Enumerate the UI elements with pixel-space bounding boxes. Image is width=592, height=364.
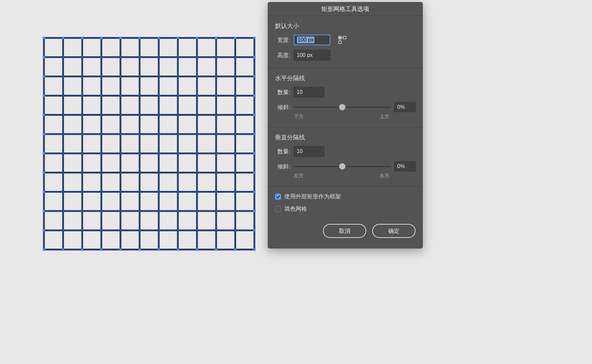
svg-rect-76	[253, 94, 256, 97]
fill-grid-checkbox[interactable]	[275, 206, 281, 212]
svg-rect-60	[177, 249, 179, 251]
svg-rect-92	[253, 249, 256, 251]
vskew-label: 倾斜:	[275, 163, 290, 170]
svg-rect-55	[139, 37, 141, 39]
svg-rect-77	[43, 114, 45, 116]
svg-rect-74	[253, 75, 256, 78]
reference-point-icon[interactable]	[338, 35, 347, 45]
svg-rect-91	[43, 249, 45, 251]
svg-rect-81	[43, 152, 45, 154]
svg-rect-54	[119, 249, 122, 251]
section-default-size: 默认大小 宽度: 100 px 高度: 100 px	[268, 16, 423, 68]
svg-rect-53	[119, 37, 122, 39]
section-heading: 垂直分隔线	[275, 133, 416, 141]
svg-rect-88	[253, 210, 256, 212]
svg-rect-57	[157, 37, 160, 39]
svg-rect-96	[339, 41, 341, 44]
use-outer-rect-label: 使用外部矩形作为框架	[284, 193, 341, 200]
vcount-field[interactable]: 10	[294, 146, 324, 157]
svg-rect-49	[81, 37, 83, 39]
svg-rect-61	[196, 37, 198, 39]
hskew-label: 倾斜:	[275, 103, 290, 111]
dialog-buttons: 取消 确定	[268, 221, 423, 243]
svg-rect-0	[44, 38, 254, 250]
svg-rect-56	[139, 249, 141, 251]
height-label: 高度:	[275, 52, 290, 59]
slider-thumb[interactable]	[339, 163, 346, 170]
height-field[interactable]: 100 px	[294, 50, 330, 61]
svg-rect-70	[253, 37, 256, 39]
grid-artwork	[42, 36, 256, 252]
svg-rect-84	[253, 171, 256, 174]
svg-rect-87	[43, 210, 45, 212]
section-horizontal-dividers: 水平分隔线 数量: 10 倾斜: 0% 下方 上方	[268, 68, 423, 127]
svg-rect-94	[339, 37, 341, 39]
hcount-label: 数量:	[275, 89, 290, 96]
hskew-slider[interactable]	[294, 102, 391, 112]
slider-thumb[interactable]	[339, 104, 346, 110]
svg-rect-82	[253, 152, 256, 154]
cancel-button[interactable]: 取消	[323, 224, 366, 238]
svg-rect-78	[253, 114, 256, 116]
svg-rect-51	[100, 37, 103, 39]
svg-rect-95	[343, 36, 346, 39]
svg-rect-50	[81, 249, 83, 251]
fill-grid-label: 填色网格	[284, 205, 307, 213]
dialog-body: 默认大小 宽度: 100 px 高度: 100 px	[268, 16, 423, 249]
svg-rect-85	[43, 191, 45, 193]
svg-rect-58	[157, 249, 160, 251]
vcount-label: 数量:	[275, 148, 290, 155]
canvas-rectangular-grid[interactable]	[42, 36, 256, 252]
svg-rect-89	[43, 229, 45, 232]
svg-rect-65	[234, 37, 236, 39]
svg-rect-90	[253, 229, 256, 232]
svg-rect-79	[43, 133, 45, 135]
width-field[interactable]: 100 px	[294, 35, 330, 45]
width-label: 宽度:	[275, 36, 290, 44]
svg-rect-48	[62, 249, 64, 251]
hskew-min-label: 下方	[294, 113, 304, 120]
svg-rect-69	[43, 37, 45, 39]
use-outer-rect-checkbox[interactable]	[275, 194, 281, 200]
svg-rect-80	[253, 133, 256, 135]
svg-rect-75	[43, 94, 45, 97]
dialog-title: 矩形网格工具选项	[268, 2, 423, 16]
section-vertical-dividers: 垂直分隔线 数量: 10 倾斜: 0% 左方 右方	[268, 127, 423, 187]
section-options: 使用外部矩形作为框架 填色网格	[268, 187, 423, 221]
hskew-max-label: 上方	[380, 113, 390, 120]
vskew-max-label: 右方	[380, 173, 390, 179]
svg-rect-52	[100, 249, 103, 251]
vskew-slider[interactable]	[294, 161, 391, 171]
vskew-min-label: 左方	[294, 173, 304, 179]
hcount-field[interactable]: 10	[294, 87, 324, 97]
ok-button[interactable]: 确定	[372, 224, 416, 238]
svg-rect-47	[62, 37, 64, 39]
svg-rect-72	[253, 56, 256, 58]
svg-rect-73	[43, 75, 45, 78]
svg-rect-83	[43, 171, 45, 174]
svg-rect-66	[234, 249, 236, 251]
svg-rect-63	[215, 37, 217, 39]
rectangular-grid-options-dialog: 矩形网格工具选项 默认大小 宽度: 100 px	[268, 2, 423, 249]
section-heading: 水平分隔线	[275, 74, 416, 82]
svg-rect-62	[196, 249, 198, 251]
vskew-value-field[interactable]: 0%	[394, 161, 416, 171]
section-heading: 默认大小	[275, 22, 416, 30]
svg-rect-64	[215, 249, 217, 251]
svg-rect-86	[253, 191, 256, 193]
svg-rect-59	[177, 37, 179, 39]
hskew-value-field[interactable]: 0%	[394, 102, 416, 112]
svg-rect-71	[43, 56, 45, 58]
